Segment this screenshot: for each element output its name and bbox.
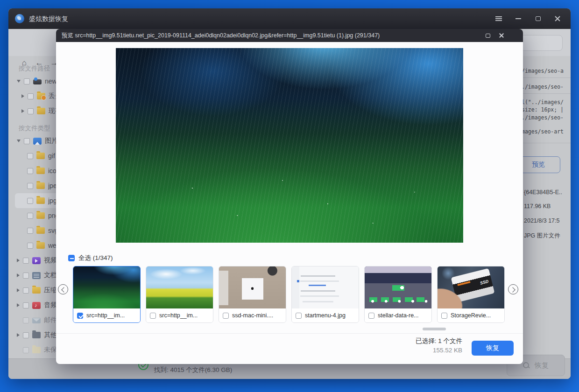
thumbnail-card[interactable]: ssd-mac-mini.... bbox=[219, 266, 286, 323]
chevron-down-icon[interactable] bbox=[17, 140, 21, 142]
thumbnail-card[interactable]: startmenu-4.jpg bbox=[291, 266, 359, 323]
checkbox[interactable] bbox=[24, 78, 30, 84]
dialog-maximize-button[interactable] bbox=[481, 30, 495, 41]
checkbox[interactable] bbox=[27, 183, 33, 189]
minimize-icon bbox=[515, 18, 521, 19]
list-row-divider bbox=[516, 93, 571, 94]
checkbox[interactable] bbox=[23, 258, 29, 264]
checkbox[interactable] bbox=[23, 287, 29, 294]
menu-button[interactable] bbox=[490, 12, 507, 25]
thumbnail-checkbox[interactable] bbox=[77, 313, 83, 319]
file-type: JPG 图片文件 bbox=[524, 232, 571, 240]
checkbox[interactable] bbox=[24, 138, 30, 144]
thumbnail-image-stellar bbox=[365, 266, 431, 309]
folder-icon bbox=[36, 242, 45, 249]
checkbox[interactable] bbox=[27, 243, 33, 249]
thumbnail-caption: StorageRevie... bbox=[438, 308, 504, 322]
thumbnail-caption: src=http__im... bbox=[73, 308, 140, 322]
thumbnail-checkbox[interactable] bbox=[150, 313, 156, 319]
checkbox[interactable] bbox=[23, 332, 29, 338]
hamburger-icon bbox=[495, 18, 502, 19]
checkbox[interactable] bbox=[28, 108, 34, 114]
folder-clock-icon bbox=[37, 93, 45, 99]
thumbnail-name: startmenu-4.jpg bbox=[305, 312, 346, 319]
checkbox[interactable] bbox=[23, 302, 29, 308]
found-files-text: 找到: 4015 个文件(6.30 GB) bbox=[154, 366, 232, 374]
dialog-title: 预览 src=http__img9.51tietu.net_pic_2019-0… bbox=[56, 32, 481, 40]
checkbox[interactable] bbox=[27, 153, 33, 159]
checkbox[interactable] bbox=[23, 273, 29, 279]
maximize-button[interactable] bbox=[530, 12, 546, 25]
sidebar-item-label: jpg bbox=[48, 197, 57, 204]
search-input[interactable] bbox=[519, 35, 563, 51]
thumbnail-card[interactable]: src=http__im... bbox=[146, 266, 213, 323]
desktop: 盛炫数据恢复 ⌂ ← → 按文件路径 newo 丢失 bbox=[0, 0, 579, 392]
sidebar-section-type: 按文件类型 bbox=[19, 123, 50, 134]
folder-icon bbox=[36, 182, 45, 189]
chevron-right-icon[interactable] bbox=[21, 109, 24, 113]
thumbnail-card[interactable]: src=http__im... bbox=[73, 266, 141, 323]
file-size: 117.96 KB bbox=[524, 203, 571, 210]
file-date: 2021/8/3 17:5 bbox=[524, 217, 571, 224]
dialog-close-button[interactable] bbox=[495, 30, 509, 41]
maximize-icon bbox=[536, 16, 541, 21]
checkbox[interactable] bbox=[23, 317, 29, 323]
checkbox[interactable] bbox=[27, 198, 33, 204]
sidebar-item-label: 邮件 bbox=[44, 316, 57, 324]
folder-icon bbox=[36, 212, 45, 219]
ssd-badge-text: SSD bbox=[480, 279, 489, 285]
thumbnail-name: StorageRevie... bbox=[451, 312, 491, 319]
checkbox[interactable] bbox=[27, 228, 33, 234]
mail-icon bbox=[32, 318, 41, 323]
thumbnail-checkbox[interactable] bbox=[441, 313, 447, 319]
chevron-right-icon[interactable] bbox=[17, 273, 20, 277]
app-logo-icon bbox=[15, 14, 24, 23]
selected-count: 已选择: 1 个文件 bbox=[416, 337, 462, 345]
thumbnail-name: src=http__im... bbox=[86, 312, 125, 319]
thumbnail-checkbox[interactable] bbox=[296, 313, 302, 319]
thumbnail-image-startmenu bbox=[292, 266, 359, 309]
thumbnail-card[interactable]: stellar-data-re... bbox=[364, 266, 432, 323]
chevron-down-icon[interactable] bbox=[17, 80, 21, 83]
preview-dialog: 预览 src=http__img9.51tietu.net_pic_2019-0… bbox=[56, 29, 523, 364]
folder-icon bbox=[36, 168, 45, 174]
sidebar-item-label: 视频 bbox=[44, 256, 57, 265]
close-button[interactable] bbox=[549, 12, 566, 25]
chevron-right-icon[interactable] bbox=[17, 303, 20, 307]
file-id: {64E384B5-E.. bbox=[524, 189, 571, 196]
thumbnail-checkbox[interactable] bbox=[223, 313, 229, 319]
thumbnail-checkbox[interactable] bbox=[368, 313, 374, 319]
selected-size: 155.52 KB bbox=[416, 347, 462, 354]
close-icon bbox=[499, 32, 505, 39]
chevron-right-icon[interactable] bbox=[17, 333, 20, 337]
dialog-titlebar: 预览 src=http__img9.51tietu.net_pic_2019-0… bbox=[56, 29, 523, 42]
sidebar-item-label: gif bbox=[48, 152, 55, 160]
checkbox[interactable] bbox=[27, 168, 33, 174]
checkbox[interactable] bbox=[27, 213, 33, 219]
gallery-prev-button[interactable] bbox=[58, 284, 68, 294]
chevron-right-icon[interactable] bbox=[17, 259, 20, 262]
preview-button[interactable]: 预览 bbox=[516, 156, 560, 173]
gallery-scrollbar[interactable] bbox=[423, 328, 446, 330]
folder-icon bbox=[36, 153, 45, 159]
audio-icon bbox=[32, 302, 41, 309]
thumbnail-image-ssd: SSD bbox=[438, 266, 504, 309]
recover-button[interactable]: 恢复 bbox=[472, 341, 514, 356]
checkbox[interactable] bbox=[28, 93, 34, 99]
maximize-icon bbox=[486, 34, 490, 38]
checkbox[interactable] bbox=[23, 347, 29, 353]
folder-icon bbox=[32, 347, 41, 353]
minimize-button[interactable] bbox=[510, 12, 527, 25]
chevron-right-icon[interactable] bbox=[21, 94, 24, 98]
select-all-checkbox[interactable] bbox=[68, 255, 75, 261]
thumbnail-card[interactable]: SSD StorageRevie... bbox=[437, 266, 505, 323]
thumbnail-caption: src=http__im... bbox=[146, 308, 213, 322]
gallery-next-button[interactable] bbox=[508, 284, 518, 294]
sidebar-item-label: 其他 bbox=[44, 331, 57, 339]
search-icon bbox=[523, 362, 530, 369]
list-row-divider bbox=[516, 77, 571, 78]
preview-image bbox=[116, 48, 463, 243]
chevron-right-icon[interactable] bbox=[17, 288, 20, 292]
thumbnail-name: ssd-mac-mini.... bbox=[232, 312, 273, 319]
selection-summary: 已选择: 1 个文件 155.52 KB bbox=[416, 337, 462, 354]
